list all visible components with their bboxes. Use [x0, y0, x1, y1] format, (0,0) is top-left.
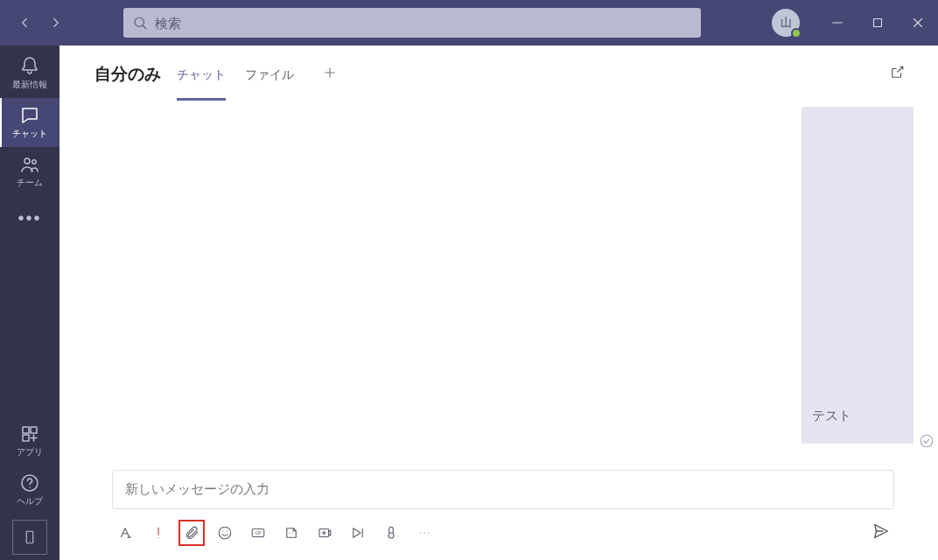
praise-button[interactable]	[382, 523, 401, 542]
meetup-icon	[317, 525, 332, 541]
send-icon	[872, 522, 891, 541]
format-button[interactable]	[116, 523, 135, 542]
search-input[interactable]	[155, 16, 692, 31]
user-avatar[interactable]: 山	[772, 9, 800, 37]
popout-icon	[889, 65, 905, 80]
priority-button[interactable]	[149, 523, 168, 542]
search-icon	[132, 15, 148, 31]
svg-rect-3	[874, 19, 882, 27]
chat-title: 自分のみ	[94, 63, 161, 86]
more-actions-button[interactable]	[415, 523, 434, 542]
window-close-button[interactable]	[898, 3, 938, 43]
stream-button[interactable]	[348, 523, 368, 542]
window-maximize-button[interactable]	[858, 3, 898, 43]
nav-back-button[interactable]	[9, 7, 40, 38]
app-rail: 最新情報 チャット チーム ••• アプリ ヘルプ	[0, 46, 60, 560]
more-icon	[416, 525, 432, 541]
rail-label: ヘルプ	[17, 495, 43, 508]
praise-icon	[383, 525, 399, 541]
rail-label: チャット	[12, 128, 47, 140]
svg-point-32	[388, 533, 394, 538]
gif-button[interactable]: GIF	[248, 523, 268, 542]
svg-point-17	[920, 435, 933, 447]
svg-rect-10	[23, 435, 29, 441]
rail-mobile[interactable]	[12, 520, 47, 555]
svg-line-1	[143, 25, 145, 28]
message-text: テスト	[812, 408, 851, 424]
rail-teams[interactable]: チーム	[0, 147, 60, 196]
svg-point-6	[24, 158, 30, 164]
tab-files[interactable]: ファイル	[245, 50, 294, 99]
bell-icon	[19, 56, 40, 77]
svg-point-7	[32, 160, 36, 164]
teams-icon	[19, 154, 40, 175]
attach-button[interactable]	[182, 523, 201, 542]
priority-icon	[150, 525, 166, 541]
nav-forward-button[interactable]	[40, 7, 72, 38]
svg-text:GIF: GIF	[255, 531, 262, 536]
avatar-initial: 山	[780, 15, 792, 31]
svg-marker-30	[354, 528, 360, 538]
rail-more[interactable]: •••	[18, 196, 41, 240]
sticker-button[interactable]	[282, 523, 301, 542]
apps-icon	[19, 424, 40, 444]
gif-icon: GIF	[250, 525, 266, 541]
stream-icon	[350, 525, 366, 541]
popout-button[interactable]	[882, 58, 912, 91]
format-icon	[117, 525, 133, 541]
rail-label: 最新情報	[12, 79, 47, 91]
message-status-icon	[919, 433, 933, 447]
send-button[interactable]	[872, 522, 891, 544]
emoji-button[interactable]	[215, 523, 234, 542]
window-minimize-button[interactable]	[817, 3, 858, 43]
search-box[interactable]	[123, 8, 701, 38]
compose-toolbar: GIF	[112, 509, 894, 544]
presence-indicator	[791, 28, 802, 38]
compose-input[interactable]	[112, 470, 894, 509]
title-bar: 山	[0, 0, 938, 46]
rail-label: チーム	[17, 177, 43, 189]
message-list: テスト	[60, 107, 914, 459]
rail-label: アプリ	[17, 446, 43, 458]
rail-help[interactable]: ヘルプ	[0, 466, 60, 514]
svg-rect-9	[31, 427, 37, 433]
chat-icon	[19, 105, 40, 126]
tab-chat[interactable]: チャット	[177, 50, 226, 99]
tab-add-button[interactable]	[313, 56, 346, 93]
svg-point-20	[219, 527, 231, 539]
chat-header: 自分のみ チャット ファイル	[60, 46, 938, 103]
attach-icon	[184, 525, 200, 541]
mobile-icon	[22, 529, 38, 545]
help-icon	[19, 472, 40, 494]
meetup-button[interactable]	[315, 523, 334, 542]
sticker-icon	[284, 525, 299, 541]
plus-icon	[322, 65, 338, 80]
rail-apps[interactable]: アプリ	[0, 416, 60, 466]
svg-rect-8	[23, 427, 29, 433]
rail-activity[interactable]: 最新情報	[0, 49, 60, 98]
rail-chat[interactable]: チャット	[0, 98, 60, 147]
message-bubble[interactable]: テスト	[802, 107, 914, 444]
emoji-icon	[217, 525, 233, 541]
svg-point-0	[135, 18, 144, 27]
